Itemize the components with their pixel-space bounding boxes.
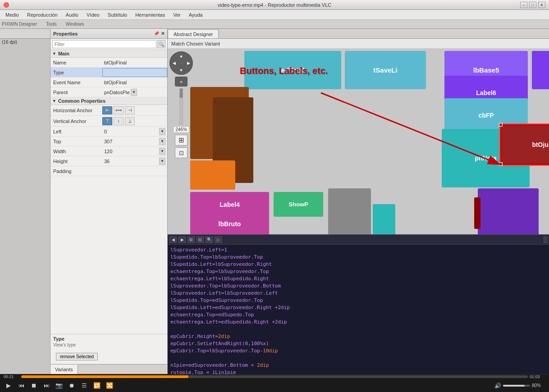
fit-button[interactable]: ⊡ bbox=[175, 147, 188, 158]
maximize-button[interactable]: □ bbox=[529, 2, 536, 8]
prop-top-label: Top bbox=[50, 139, 102, 144]
close-panel-icon[interactable]: ✕ bbox=[161, 31, 165, 36]
handle-tl[interactable] bbox=[499, 123, 503, 127]
element-orange1 bbox=[190, 160, 235, 190]
horizontal-anchor-label: Horizontal Anchor bbox=[50, 108, 102, 113]
nav-down-btn[interactable]: ▼ bbox=[178, 67, 185, 74]
remove-selected-button[interactable]: remove Selected bbox=[56, 353, 98, 360]
code-btn-6[interactable]: ▷ bbox=[215, 237, 222, 243]
height-dropdown-btn[interactable]: ▼ bbox=[159, 158, 165, 165]
designer-and-code: Abstract Designer Match Chosen Variant bbox=[168, 29, 549, 374]
element-btOjoFinal[interactable]: btOjuFinal bbox=[500, 124, 549, 165]
code-btn-3[interactable]: ⊞ bbox=[188, 237, 195, 243]
menu-ayuda[interactable]: Ayuda bbox=[185, 11, 206, 18]
prop-eventname-text: btOjoFinal bbox=[104, 80, 127, 85]
v-anchor-bottom-btn[interactable]: ⊥ bbox=[125, 117, 135, 125]
stop-button[interactable]: ⏹ bbox=[29, 381, 39, 391]
canvas-toolbar: ▲ ◀ · ▶ ▼ « bbox=[169, 51, 193, 158]
prop-padding-row: Padding bbox=[50, 166, 167, 176]
handle-bl[interactable] bbox=[499, 162, 503, 166]
menu-ver[interactable]: Ver bbox=[169, 11, 184, 18]
v-anchor-top-btn[interactable]: ⊤ bbox=[102, 117, 112, 125]
properties-header: Properties 📌 ✕ bbox=[50, 29, 167, 39]
code-btn-1[interactable]: ◀ bbox=[169, 237, 177, 243]
snapshot-button[interactable]: 📷 bbox=[54, 381, 64, 391]
prop-height-row: Height 36 ▼ bbox=[50, 156, 167, 166]
h-anchor-left-btn[interactable]: ⊢ bbox=[102, 106, 112, 114]
next-button[interactable]: ⏭ bbox=[41, 381, 51, 391]
code-scroll[interactable]: lSuproveedor.Left=1 lSupedido.Top=lbSupr… bbox=[168, 245, 549, 374]
code-btn-5[interactable]: 🔍 bbox=[206, 237, 213, 243]
menu-audio[interactable]: Audio bbox=[62, 11, 82, 18]
top-dropdown-btn[interactable]: ▼ bbox=[159, 138, 165, 145]
element-gray1 bbox=[328, 188, 371, 234]
minimize-button[interactable]: ─ bbox=[520, 2, 527, 8]
menu-subtitulo[interactable]: Subtítulo bbox=[104, 11, 131, 18]
code-panel-pin[interactable] bbox=[544, 237, 547, 243]
prop-parent-row: Parent pnDatosPie ▼ bbox=[50, 87, 167, 97]
type-desc: View's type bbox=[53, 342, 165, 347]
main-section-header[interactable]: ▼ Main bbox=[50, 50, 167, 58]
width-dropdown-btn[interactable]: ▼ bbox=[159, 148, 165, 155]
nav-right-btn[interactable]: ▶ bbox=[185, 59, 192, 67]
variants-tab-button[interactable]: Variants bbox=[50, 365, 78, 374]
back-button[interactable]: « bbox=[175, 77, 188, 87]
v-anchor-center-btn[interactable]: ↕ bbox=[114, 117, 124, 125]
prop-type-input[interactable] bbox=[105, 68, 165, 77]
menu-reproduccion[interactable]: Reproducción bbox=[23, 11, 61, 18]
parent-dropdown-btn[interactable]: ▼ bbox=[131, 89, 137, 96]
filter-row: 🔍 bbox=[50, 39, 167, 50]
element-lbPCiva[interactable]: lbPCiva bbox=[532, 51, 549, 89]
nav-up-btn[interactable]: ▲ bbox=[178, 52, 185, 59]
code-btn-4[interactable]: ⊟ bbox=[197, 237, 204, 243]
record-button[interactable]: ⏺ bbox=[67, 381, 77, 391]
prop-type-row: Type bbox=[50, 68, 167, 77]
variants-tab: Variants bbox=[50, 364, 167, 374]
canvas-inner: edTotal tSaveLi lbBase5 lbPCiva Label6 c… bbox=[168, 49, 549, 234]
prop-parent-text: pnDatosPie bbox=[104, 90, 130, 95]
code-line-10: echaentrega.Left=edSupedido.Right +2dip bbox=[170, 319, 546, 326]
menu-video[interactable]: Vídeo bbox=[83, 11, 103, 18]
filter-input[interactable] bbox=[52, 40, 156, 48]
prop-eventname-value: btOjoFinal bbox=[102, 80, 167, 85]
prop-eventname-label: Event Name bbox=[50, 80, 102, 85]
prop-type-value[interactable] bbox=[102, 68, 167, 77]
common-properties-section-header[interactable]: ▼ Common Properties bbox=[50, 97, 167, 105]
prop-name-text: btOjoFinal bbox=[104, 60, 127, 65]
scroll-bar-vertical[interactable] bbox=[179, 88, 183, 124]
zoom-label: 246% bbox=[173, 126, 189, 133]
element-ShowP[interactable]: ShowP bbox=[274, 192, 323, 217]
random-button[interactable]: 🔀 bbox=[105, 381, 114, 391]
abstract-designer-tab[interactable]: Abstract Designer bbox=[168, 29, 219, 38]
filter-search-button[interactable]: 🔍 bbox=[157, 40, 165, 48]
prop-left-text: 0 bbox=[104, 129, 107, 134]
menu-medio[interactable]: Medio bbox=[2, 11, 23, 18]
zoom-add-button[interactable]: ⊞ bbox=[175, 135, 188, 146]
props-scroll[interactable]: ▼ Main Name btOjoFinal Type Event bbox=[50, 50, 167, 334]
code-line-0: lSuproveedor.Left=1 bbox=[170, 246, 546, 254]
pin-icon[interactable]: 📌 bbox=[154, 31, 159, 36]
nav-left-btn[interactable]: ◀ bbox=[170, 59, 178, 67]
play-button[interactable]: ▶ bbox=[4, 381, 14, 391]
volume-area: 🔊 80% bbox=[494, 383, 545, 389]
designer-tab-bar: Abstract Designer bbox=[168, 29, 549, 39]
progress-bar-container[interactable] bbox=[21, 375, 528, 378]
menu-herramientas[interactable]: Herramientas bbox=[132, 11, 169, 18]
main-section-label: Main bbox=[58, 51, 69, 56]
window-close-dot[interactable] bbox=[4, 2, 9, 8]
code-btn-2[interactable]: ▶ bbox=[178, 237, 186, 243]
volume-bar[interactable] bbox=[503, 385, 530, 387]
h-anchor-center-btn[interactable]: ⟺ bbox=[114, 106, 124, 114]
element-tSaveLi[interactable]: tSaveLi bbox=[345, 51, 426, 89]
close-button[interactable]: ✕ bbox=[538, 2, 545, 8]
h-anchor-right-btn[interactable]: ⊣ bbox=[125, 106, 135, 114]
repeat-button[interactable]: 🔁 bbox=[92, 381, 102, 391]
left-dropdown-btn[interactable]: ▼ bbox=[159, 128, 165, 135]
element-lbBruto[interactable]: lbBruto bbox=[190, 211, 269, 234]
element-edTotal[interactable]: edTotal bbox=[244, 51, 341, 89]
nav-grid: ▲ ◀ · ▶ ▼ bbox=[170, 52, 192, 74]
playback-bar: 00:21 01:03 ▶ ⏮ ⏹ ⏭ 📷 ⏺ ☰ 🔁 🔀 🔊 80% bbox=[0, 374, 549, 392]
prev-button[interactable]: ⏮ bbox=[16, 381, 26, 391]
playlist-button[interactable]: ☰ bbox=[79, 381, 89, 391]
progress-bar-fill bbox=[21, 375, 188, 378]
